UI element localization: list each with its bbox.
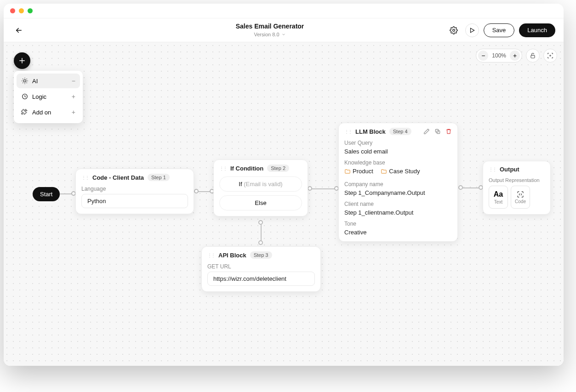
start-node[interactable]: Start: [33, 187, 60, 201]
launch-button[interactable]: Launch: [519, 23, 555, 37]
maximize-window-icon[interactable]: [28, 8, 33, 13]
play-icon: [469, 27, 475, 34]
logic-icon: [21, 93, 29, 100]
arrow-left-icon: [15, 26, 23, 34]
ai-icon: [21, 77, 29, 85]
drag-handle-icon[interactable]: ⋮⋮: [207, 253, 215, 258]
port[interactable]: [458, 185, 463, 190]
else-branch[interactable]: Else: [219, 195, 302, 210]
if-branch[interactable]: If (Email is valid): [219, 176, 302, 192]
chevron-down-icon: [281, 32, 286, 37]
llm-block-node[interactable]: ⋮⋮ LLM Block Step 4 User Query Sales col…: [338, 123, 458, 242]
step-badge: Step 2: [267, 165, 289, 172]
add-node-button[interactable]: [14, 52, 30, 69]
code-icon: [517, 191, 524, 198]
trash-icon: [445, 128, 452, 135]
save-button[interactable]: Save: [484, 23, 515, 37]
zoom-in-button[interactable]: +: [510, 51, 520, 61]
lock-button[interactable]: [526, 49, 540, 62]
close-window-icon[interactable]: [10, 8, 15, 13]
menu-item-logic[interactable]: Logic +: [17, 89, 80, 104]
text-icon: Aa: [494, 190, 503, 199]
svg-marker-1: [470, 28, 474, 32]
zoom-out-button[interactable]: −: [478, 51, 488, 61]
folder-icon: [344, 168, 351, 175]
macos-titlebar: [4, 4, 564, 18]
svg-point-5: [550, 55, 551, 56]
zoom-value: 100%: [490, 52, 508, 59]
port[interactable]: [258, 220, 263, 225]
kb-item[interactable]: Case Study: [381, 168, 420, 175]
output-code-button[interactable]: Code: [511, 186, 530, 209]
user-query-value: Sales cold email: [344, 148, 452, 155]
focus-icon: [547, 52, 553, 59]
port[interactable]: [194, 189, 199, 193]
settings-button[interactable]: [447, 23, 461, 37]
language-value[interactable]: Python: [81, 194, 188, 208]
lock-icon: [530, 52, 536, 59]
menu-item-addon[interactable]: Add on +: [17, 105, 80, 119]
port[interactable]: [308, 186, 312, 191]
tone-value: Creative: [344, 229, 452, 236]
drag-handle-icon[interactable]: ⋮⋮: [219, 166, 227, 171]
if-condition-node[interactable]: ⋮⋮ If Condition Step 2 If (Email is vali…: [213, 159, 308, 216]
minimize-window-icon[interactable]: [19, 8, 24, 13]
plus-icon: [18, 57, 26, 65]
gear-icon: [450, 26, 458, 34]
canvas-tools: − 100% +: [476, 49, 557, 62]
node-menu: AI − Logic + Add on +: [14, 71, 83, 123]
svg-point-2: [23, 80, 26, 82]
back-button[interactable]: [12, 23, 26, 37]
drag-handle-icon[interactable]: ⋮⋮: [344, 129, 352, 134]
kb-item[interactable]: Product: [344, 168, 373, 175]
port[interactable]: [258, 240, 263, 245]
company-label: Company name: [344, 181, 452, 187]
delete-button[interactable]: [445, 128, 452, 135]
output-node[interactable]: ⋮⋮ Output Output Representation Aa Text …: [483, 161, 551, 215]
step-badge: Step 1: [148, 174, 170, 181]
menu-item-ai[interactable]: AI −: [17, 74, 80, 88]
output-text-button[interactable]: Aa Text: [489, 186, 508, 209]
copy-icon: [434, 128, 441, 135]
play-button[interactable]: [465, 23, 479, 37]
drag-handle-icon[interactable]: ⋮⋮: [489, 167, 496, 172]
company-value: Step 1_Companyname.Output: [344, 189, 452, 196]
svg-rect-4: [531, 55, 535, 58]
kb-label: Knowledge base: [344, 159, 452, 166]
addon-icon: [21, 108, 29, 116]
step-badge: Step 3: [250, 251, 272, 259]
user-query-label: User Query: [344, 140, 452, 146]
plus-icon: +: [72, 108, 75, 116]
pencil-icon: [423, 128, 430, 135]
api-block-node[interactable]: ⋮⋮ API Block Step 3 GET URL https://wizr…: [201, 246, 321, 292]
url-label: GET URL: [207, 263, 315, 270]
client-label: Client name: [344, 201, 452, 207]
minus-icon: −: [72, 77, 75, 85]
copy-button[interactable]: [434, 128, 441, 135]
zoom-control: − 100% +: [476, 49, 522, 62]
output-rep-label: Output Representation: [489, 177, 545, 183]
svg-point-0: [452, 29, 455, 31]
client-value: Step 1_clientname.Output: [344, 209, 452, 216]
page-title: Sales Email Generator: [104, 23, 436, 30]
edit-button[interactable]: [423, 128, 430, 135]
focus-button[interactable]: [543, 49, 557, 62]
language-label: Language: [81, 186, 188, 192]
drag-handle-icon[interactable]: ⋮⋮: [81, 175, 89, 180]
tone-label: Tone: [344, 221, 452, 227]
version-selector[interactable]: Version 8.0: [254, 32, 285, 37]
connection-line: [310, 188, 337, 189]
canvas[interactable]: AI − Logic + Add on + −: [4, 42, 564, 366]
folder-icon: [381, 168, 387, 175]
header: Sales Email Generator Version 8.0 Save L…: [4, 18, 564, 42]
step-badge: Step 4: [389, 128, 411, 135]
app-window: Sales Email Generator Version 8.0 Save L…: [4, 4, 564, 366]
url-value[interactable]: https://wizr.com/deleteclient: [207, 272, 315, 286]
code-node[interactable]: ⋮⋮ Code - Client Data Step 1 Language Py…: [75, 169, 194, 214]
plus-icon: +: [72, 93, 75, 100]
